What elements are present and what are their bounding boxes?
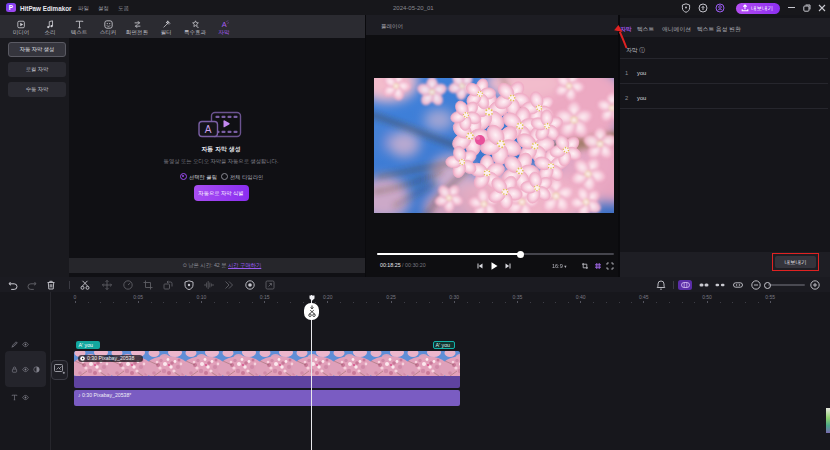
svg-text:A: A <box>205 124 212 135</box>
svg-text:A: A <box>221 20 226 29</box>
